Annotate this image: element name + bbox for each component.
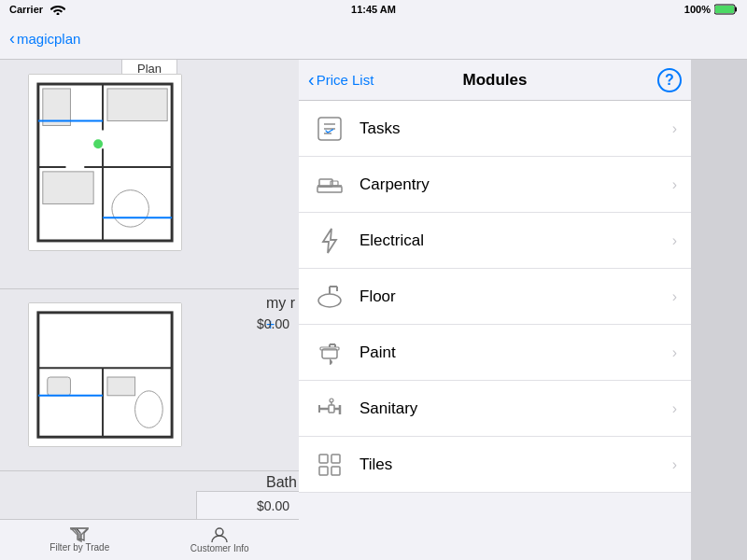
modal-title: Modules (463, 71, 528, 90)
carpentry-icon (313, 168, 346, 202)
floorplan-bottom[interactable] (28, 302, 182, 447)
sanitary-label: Sanitary (359, 399, 672, 418)
left-panel: Plan (0, 60, 299, 560)
carrier-label: Carrier (9, 4, 43, 15)
carpentry-label: Carpentry (359, 175, 672, 194)
main-content: Plan (0, 60, 747, 560)
modal-list: Tasks › Carpentry › (299, 101, 691, 560)
status-left: Carrier (9, 4, 65, 15)
battery-icon (714, 4, 738, 15)
sanitary-icon (313, 392, 346, 426)
svg-rect-8 (43, 89, 71, 126)
paint-icon (313, 336, 346, 370)
status-time: 11:45 AM (351, 4, 396, 15)
svg-rect-45 (329, 405, 334, 413)
bottom-toolbar: Filter by Trade Customer Info (0, 519, 299, 560)
status-right: 100% (684, 4, 738, 15)
nav-back-button[interactable]: ‹ magicplan (9, 29, 80, 49)
sanitary-chevron-icon: › (672, 400, 677, 417)
list-item-floor[interactable]: Floor › (299, 269, 691, 325)
total-amount: $0.00 (257, 498, 289, 513)
electrical-icon (313, 224, 346, 258)
floor-label: Floor (359, 287, 672, 306)
customer-info[interactable]: Customer Info (190, 526, 249, 553)
room-1-price: $0.00 (257, 316, 289, 331)
room-2-name: Bath (266, 474, 297, 491)
list-item-sanitary[interactable]: Sanitary › (299, 381, 691, 437)
modal-panel: ‹ Price List Modules ? (299, 60, 691, 560)
svg-rect-1 (735, 7, 737, 12)
nav-back-chevron-icon: ‹ (9, 29, 15, 49)
floorplan-top[interactable] (28, 74, 182, 251)
svg-point-35 (318, 294, 341, 307)
modal-back-label: Price List (317, 72, 374, 88)
battery-label: 100% (684, 4, 711, 15)
svg-marker-34 (323, 229, 336, 253)
filter-icon (70, 527, 89, 542)
room-divider-1 (0, 288, 299, 289)
status-bar: Carrier 11:45 AM 100% (0, 0, 747, 19)
tiles-label: Tiles (359, 455, 672, 474)
paint-chevron-icon: › (672, 344, 677, 361)
customer-icon (211, 526, 228, 543)
room-1-name: my r (266, 295, 295, 312)
nav-back-label: magicplan (17, 31, 80, 47)
filter-label: Filter by Trade (49, 542, 109, 553)
total-bar: $0.00 (196, 491, 299, 519)
list-item-tasks[interactable]: Tasks › (299, 101, 691, 157)
list-item-electrical[interactable]: Electrical › (299, 213, 691, 269)
floor-icon (313, 280, 346, 314)
svg-rect-51 (319, 455, 328, 463)
help-icon: ? (665, 72, 674, 89)
svg-rect-53 (319, 467, 328, 475)
floor-chevron-icon: › (672, 288, 677, 305)
tiles-chevron-icon: › (672, 456, 677, 473)
nav-bar: ‹ magicplan (0, 19, 747, 60)
room-divider-2 (0, 470, 299, 471)
svg-point-26 (216, 528, 223, 536)
right-gray-area (691, 60, 747, 560)
svg-rect-52 (331, 455, 340, 463)
list-item-tiles[interactable]: Tiles › (299, 437, 691, 493)
modal-back-button[interactable]: ‹ Price List (308, 69, 374, 91)
electrical-chevron-icon: › (672, 232, 677, 249)
modal-back-chevron-icon: ‹ (308, 69, 315, 91)
filter-by-trade[interactable]: Filter by Trade (49, 527, 109, 553)
paint-label: Paint (359, 343, 672, 362)
list-item-carpentry[interactable]: Carpentry › (299, 157, 691, 213)
svg-rect-10 (43, 172, 93, 204)
svg-rect-9 (107, 89, 167, 121)
modal-help-button[interactable]: ? (657, 68, 682, 92)
tiles-icon (313, 448, 346, 482)
svg-rect-2 (715, 6, 734, 13)
modal-header: ‹ Price List Modules ? (299, 60, 691, 101)
carpentry-chevron-icon: › (672, 176, 677, 193)
tasks-chevron-icon: › (672, 120, 677, 137)
tasks-icon (313, 112, 346, 146)
list-item-paint[interactable]: Paint › (299, 325, 691, 381)
customer-label: Customer Info (190, 543, 249, 553)
svg-rect-21 (48, 377, 71, 396)
svg-rect-54 (331, 467, 340, 475)
svg-point-16 (93, 139, 103, 148)
wifi-icon (50, 4, 65, 15)
tasks-label: Tasks (359, 119, 672, 138)
svg-rect-23 (107, 377, 135, 396)
svg-rect-17 (29, 303, 181, 446)
electrical-label: Electrical (359, 231, 672, 250)
